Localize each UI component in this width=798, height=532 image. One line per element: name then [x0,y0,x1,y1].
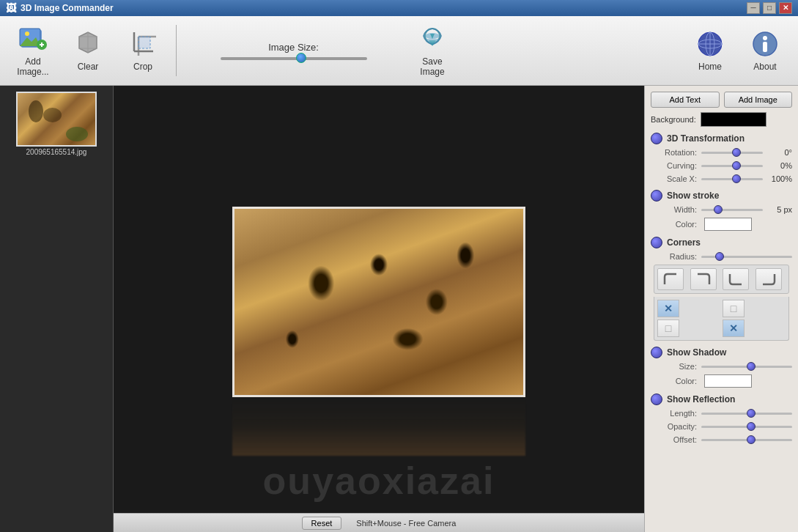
home-label: Home [698,62,722,72]
stroke-color-row: Color: [651,218,792,231]
image-size-label: Image Size: [268,42,319,53]
stroke-color-label: Color: [654,220,701,229]
corners-radius-slider[interactable] [701,251,792,262]
corner-check-tr[interactable]: □ [723,300,745,317]
scale-x-slider[interactable] [701,174,763,184]
reflection-title: Show Reflection [667,394,735,404]
shadow-color-row: Color: [651,374,792,388]
canvas-reflection [232,397,525,456]
thumbnail-item[interactable]: 200965165514.jpg [6,92,107,156]
title-bar: 🖼 3D Image Commander ─ □ ✕ [0,0,798,16]
corners-header: Corners [651,237,792,248]
corner-check-tl-icon: ✕ [664,303,673,314]
stroke-width-label: Width: [654,205,701,214]
background-row: Background: [651,112,792,127]
save-image-icon [418,24,447,53]
scale-x-value: 100% [763,174,792,183]
corner-check-bl[interactable]: □ [657,319,679,337]
reflection-offset-slider[interactable] [701,435,792,445]
rotation-slider[interactable] [701,147,763,158]
right-panel: Add Text Add Image Background: 3D Transf… [644,86,798,532]
canvas-image [232,207,525,397]
about-button[interactable]: About [739,21,791,80]
reflection-opacity-slider[interactable] [701,421,792,432]
restore-button[interactable]: □ [763,2,776,14]
canvas-image-container [232,207,525,397]
background-color-box[interactable] [701,112,766,127]
add-text-button[interactable]: Add Text [651,92,720,108]
status-hint: Shift+Mouse - Free Camera [356,519,456,528]
corner-check-tl[interactable]: ✕ [657,300,679,317]
shadow-size-row: Size: [651,361,792,372]
svg-point-2 [25,32,29,36]
clear-button[interactable]: Clear [62,21,114,80]
stroke-toggle[interactable] [651,190,662,202]
reflection-toggle[interactable] [651,394,662,405]
image-size-slider[interactable] [221,57,367,60]
background-label: Background: [651,115,696,124]
canvas-watermark: ouyaoxiazai [263,459,495,503]
corner-shape-tr[interactable] [690,268,717,290]
image-size-control: Image Size: [184,42,403,60]
corner-shape-bl[interactable] [723,268,749,290]
curving-row: Curving: 0% [651,160,792,171]
corner-shapes-grid [654,265,789,294]
thumbnail-image [16,92,97,147]
shadow-color-swatch[interactable] [704,374,752,388]
add-image-button[interactable]: Add Image... [7,21,59,80]
save-image-label: Save Image [410,56,454,77]
shadow-size-slider[interactable] [701,361,792,372]
shadow-header: Show Shadow [651,347,792,358]
reflection-length-label: Length: [654,409,701,418]
action-buttons-row: Add Text Add Image [651,92,792,108]
corner-check-br[interactable]: ✕ [723,319,745,337]
reflection-opacity-row: Opacity: [651,421,792,432]
stroke-width-value: 5 px [763,205,792,214]
scale-x-label: Scale X: [654,174,701,183]
reflection-opacity-label: Opacity: [654,422,701,431]
corners-toggle[interactable] [651,237,662,248]
image-size-thumb [296,53,306,63]
add-image-icon [18,24,48,53]
corners-title: Corners [667,237,701,248]
clear-label: Clear [78,62,99,72]
reflection-offset-label: Offset: [654,435,701,444]
transformation-title: 3D Transformation [667,133,745,144]
about-icon [750,29,780,59]
minimize-button[interactable]: ─ [747,2,760,14]
corner-check-br-icon: ✕ [729,322,738,334]
thumbnail-label: 200965165514.jpg [6,148,107,156]
curving-label: Curving: [654,161,701,170]
corner-check-tr-icon: □ [731,303,736,314]
crop-button[interactable]: Crop [117,21,169,80]
reflection-length-slider[interactable] [701,408,792,418]
canvas-status-bar: Reset Shift+Mouse - Free Camera [114,513,644,532]
shadow-color-label: Color: [654,377,701,385]
reflection-offset-row: Offset: [651,435,792,445]
curving-slider[interactable] [701,160,763,171]
clear-icon [73,29,103,59]
svg-rect-6 [41,43,43,47]
rotation-row: Rotation: 0° [651,147,792,158]
transformation-toggle[interactable] [651,133,662,144]
reset-button[interactable]: Reset [302,517,342,530]
home-button[interactable]: Home [684,21,736,80]
rotation-label: Rotation: [654,148,701,157]
shadow-toggle[interactable] [651,347,662,358]
svg-rect-22 [763,42,767,52]
svg-rect-11 [138,37,150,48]
save-image-button[interactable]: Save Image [407,21,458,80]
corner-shape-br[interactable] [755,268,782,290]
corner-checks-grid: ✕ □ □ ✕ [654,297,789,341]
stroke-width-slider[interactable] [701,204,763,215]
close-button[interactable]: ✕ [779,2,792,14]
corner-shape-tl[interactable] [657,268,684,290]
stroke-header: Show stroke [651,190,792,202]
toolbar-divider-1 [176,25,177,76]
add-image-panel-button[interactable]: Add Image [724,92,793,108]
stroke-color-swatch[interactable] [704,218,752,231]
canvas-area[interactable]: ouyaoxiazai Reset Shift+Mouse - Free Cam… [114,86,644,532]
shadow-size-label: Size: [654,362,701,371]
about-label: About [753,62,776,72]
main-layout: 200965165514.jpg ouyaoxiazai Reset Shift… [0,86,798,532]
